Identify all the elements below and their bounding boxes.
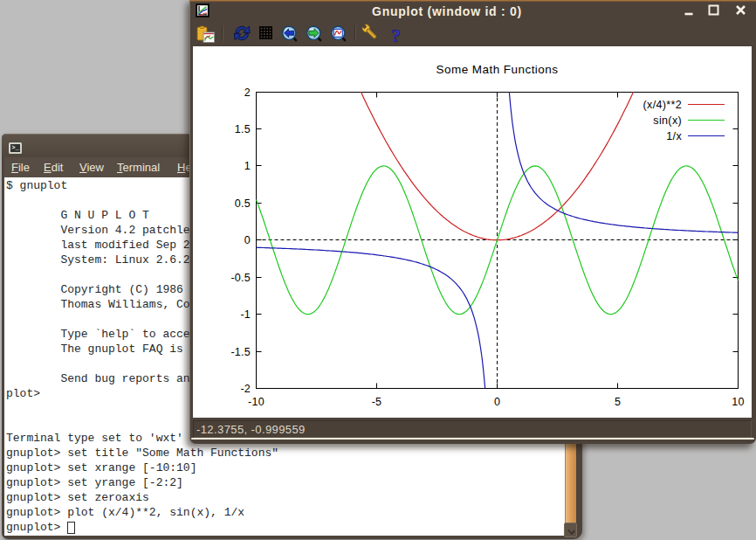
svg-text:0.5: 0.5: [235, 197, 251, 210]
svg-text:1/x: 1/x: [666, 130, 682, 142]
svg-text:-1.5: -1.5: [230, 346, 251, 358]
svg-text:1: 1: [244, 160, 251, 172]
svg-text:-0.5: -0.5: [230, 272, 251, 284]
svg-text:-2: -2: [240, 383, 251, 395]
svg-text:0: 0: [494, 396, 500, 408]
svg-text:5: 5: [615, 396, 621, 408]
svg-text:Some Math Functions: Some Math Functions: [436, 63, 559, 76]
svg-text:10: 10: [732, 396, 744, 408]
svg-text:?: ?: [391, 24, 401, 46]
svg-text:(x/4)**2: (x/4)**2: [643, 99, 682, 111]
svg-text:2: 2: [244, 87, 251, 99]
svg-text:-5: -5: [372, 396, 382, 408]
svg-text:1.5: 1.5: [235, 123, 251, 135]
svg-text:sin(x): sin(x): [653, 114, 682, 127]
svg-text:-1: -1: [240, 308, 251, 321]
svg-text:-10: -10: [248, 396, 265, 408]
svg-text:0: 0: [244, 234, 251, 246]
